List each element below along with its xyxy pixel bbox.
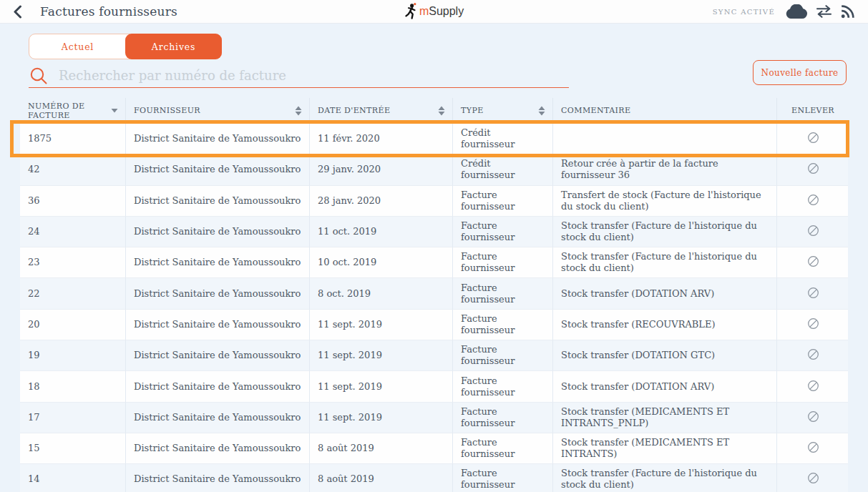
circle-slash-icon [807, 162, 819, 177]
cell-remove [776, 310, 848, 340]
invoice-row[interactable]: 20District Sanitaire de Yamoussoukro11 s… [20, 310, 848, 340]
cell-number: 15 [20, 433, 125, 464]
circle-slash-icon [807, 348, 819, 363]
sort-icon [538, 106, 545, 116]
cell-comment: Stock transfer (DOTATION GTC) [552, 340, 776, 371]
cell-comment: Stock transfer (Facture de l'historique … [552, 247, 776, 278]
remove-invoice-button[interactable] [807, 348, 819, 363]
transfer-arrows-icon [816, 5, 832, 18]
cell-remove [776, 403, 848, 433]
cell-supplier: District Sanitaire de Yamoussoukro [125, 310, 309, 340]
column-header-type[interactable]: TYPE [452, 98, 552, 123]
column-label: ENLEVER [791, 106, 834, 115]
cell-number: 24 [20, 217, 125, 247]
cell-supplier: District Sanitaire de Yamoussoukro [125, 433, 309, 464]
cell-date: 11 sept. 2019 [309, 371, 452, 402]
page-title: Factures fournisseurs [40, 4, 177, 19]
cell-date: 11 sept. 2019 [309, 340, 452, 371]
cell-date: 8 oct. 2019 [309, 278, 452, 309]
circle-slash-icon [807, 132, 819, 146]
cell-comment: Stock transfer (RECOUVRABLE) [552, 310, 776, 340]
cell-date: 11 sept. 2019 [309, 310, 452, 340]
invoice-row[interactable]: 15District Sanitaire de Yamoussoukro8 ao… [20, 433, 848, 464]
cell-comment: Stock transfer (MEDICAMENTS ET INTRANTS_… [552, 403, 776, 433]
cell-remove [776, 433, 848, 464]
invoice-row[interactable]: 1875District Sanitaire de Yamoussoukro11… [20, 124, 848, 154]
cell-supplier: District Sanitaire de Yamoussoukro [125, 186, 309, 217]
cell-supplier: District Sanitaire de Yamoussoukro [125, 247, 309, 278]
remove-invoice-button[interactable] [807, 194, 819, 208]
cell-type: Facture fournisseur [452, 464, 552, 492]
cell-date: 8 août 2019 [309, 464, 452, 492]
column-header-num-ro-de-facture[interactable]: NUMÉRO DE FACTURE [20, 98, 125, 123]
cloud-icon [785, 4, 808, 19]
circle-slash-icon [807, 225, 819, 239]
remove-invoice-button[interactable] [807, 380, 819, 394]
sync-status: SYNC ACTIVÉ [713, 8, 775, 16]
cell-supplier: District Sanitaire de Yamoussoukro [125, 340, 309, 371]
tab-actuel[interactable]: Actuel [29, 34, 126, 59]
column-label: TYPE [461, 106, 484, 115]
search-input[interactable] [59, 68, 569, 83]
cell-type: Facture fournisseur [452, 186, 552, 217]
circle-slash-icon [807, 194, 819, 208]
cell-number: 20 [20, 310, 125, 340]
remove-invoice-button[interactable] [807, 162, 819, 177]
search-box[interactable] [29, 64, 569, 88]
tab-archives[interactable]: Archives [125, 34, 222, 59]
remove-invoice-button[interactable] [807, 410, 819, 425]
invoice-row[interactable]: 36District Sanitaire de Yamoussoukro28 j… [20, 186, 848, 217]
invoice-row[interactable]: 14District Sanitaire de Yamoussoukro8 ao… [20, 464, 848, 492]
column-label: NUMÉRO DE FACTURE [28, 102, 107, 120]
cell-comment: Transfert de stock (Facture de l'histori… [552, 186, 776, 217]
column-header-enlever: ENLEVER [776, 98, 848, 123]
cell-date: 29 janv. 2020 [309, 154, 452, 185]
invoice-row[interactable]: 24District Sanitaire de Yamoussoukro11 o… [20, 217, 848, 247]
circle-slash-icon [807, 255, 819, 270]
remove-invoice-button[interactable] [807, 318, 819, 332]
circle-slash-icon [807, 441, 819, 456]
remove-invoice-button[interactable] [807, 132, 819, 146]
remove-invoice-button[interactable] [807, 225, 819, 239]
cell-remove [776, 371, 848, 402]
cell-remove [776, 464, 848, 492]
cell-remove [776, 217, 848, 247]
invoice-row[interactable]: 42District Sanitaire de Yamoussoukro29 j… [20, 154, 848, 185]
cell-remove [776, 247, 848, 278]
remove-invoice-button[interactable] [807, 287, 819, 301]
invoices-table: NUMÉRO DE FACTUREFOURNISSEURDATE D'ENTRÉ… [20, 98, 848, 492]
invoice-row[interactable]: 23District Sanitaire de Yamoussoukro10 o… [20, 247, 848, 278]
cell-date: 10 oct. 2019 [309, 247, 452, 278]
tabs: Actuel Archives [29, 34, 222, 59]
cell-number: 1875 [20, 124, 125, 154]
remove-invoice-button[interactable] [807, 472, 819, 486]
sort-icon [438, 106, 445, 116]
runner-icon [404, 2, 418, 21]
column-header-date-d-entr-e[interactable]: DATE D'ENTRÉE [309, 98, 452, 123]
cell-comment: Stock transfer (MEDICAMENTS ET INTRANTS) [552, 433, 776, 464]
circle-slash-icon [807, 380, 819, 394]
remove-invoice-button[interactable] [807, 255, 819, 270]
cell-supplier: District Sanitaire de Yamoussoukro [125, 124, 309, 154]
new-invoice-button[interactable]: Nouvelle facture [753, 60, 847, 85]
circle-slash-icon [807, 410, 819, 425]
invoice-row[interactable]: 22District Sanitaire de Yamoussoukro8 oc… [20, 278, 848, 309]
sync-indicators[interactable] [785, 4, 855, 19]
column-label: DATE D'ENTRÉE [318, 106, 390, 115]
remove-invoice-button[interactable] [807, 441, 819, 456]
back-button[interactable] [13, 2, 34, 21]
msupply-wordmark: mSupply [419, 5, 464, 18]
cell-number: 19 [20, 340, 125, 371]
cell-comment [552, 124, 776, 154]
cell-type: Facture fournisseur [452, 340, 552, 371]
column-header-fournisseur[interactable]: FOURNISSEUR [125, 98, 309, 123]
sort-icon [295, 106, 302, 116]
table-body: 1875District Sanitaire de Yamoussoukro11… [20, 124, 848, 492]
invoice-row[interactable]: 17District Sanitaire de Yamoussoukro11 s… [20, 403, 848, 433]
invoice-row[interactable]: 19District Sanitaire de Yamoussoukro11 s… [20, 340, 848, 371]
circle-slash-icon [807, 472, 819, 486]
cell-date: 28 janv. 2020 [309, 186, 452, 217]
cell-comment: Stock transfer (DOTATION ARV) [552, 371, 776, 402]
invoice-row[interactable]: 18District Sanitaire de Yamoussoukro11 s… [20, 371, 848, 402]
cell-number: 14 [20, 464, 125, 492]
